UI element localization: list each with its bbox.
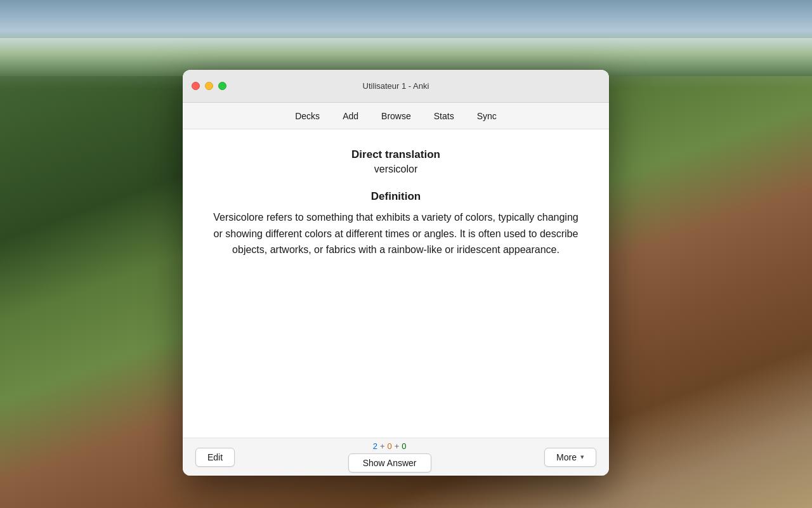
show-answer-button[interactable]: Show Answer [348, 453, 431, 472]
anki-window: Utilisateur 1 - Anki Decks Add Browse St… [183, 70, 609, 476]
count-new: 2 [373, 441, 377, 451]
card-front-label: Direct translation [208, 148, 584, 161]
count-review: 0 [402, 441, 406, 451]
more-label: More [556, 452, 577, 462]
menu-item-stats[interactable]: Stats [425, 108, 463, 124]
footer-center: 2 + 0 + 0 Show Answer [348, 441, 431, 472]
titlebar: Utilisateur 1 - Anki [183, 70, 609, 103]
window-title: Utilisateur 1 - Anki [363, 81, 429, 91]
definition-text: Versicolore refers to something that exh… [212, 209, 580, 258]
definition-heading: Definition [208, 190, 584, 203]
count-sep-2: + [395, 441, 400, 451]
count-learn: 0 [387, 441, 391, 451]
more-button[interactable]: More ▾ [544, 448, 596, 467]
count-sep-1: + [380, 441, 385, 451]
card-content: Direct translation versicolor Definition… [183, 129, 609, 438]
card-front-value: versicolor [208, 164, 584, 175]
edit-button[interactable]: Edit [195, 448, 235, 467]
footer: Edit 2 + 0 + 0 Show Answer More ▾ [183, 438, 609, 476]
dropdown-arrow-icon: ▾ [580, 453, 584, 461]
menu-item-sync[interactable]: Sync [468, 108, 506, 124]
menu-item-browse[interactable]: Browse [372, 108, 420, 124]
close-button[interactable] [192, 82, 200, 90]
minimize-button[interactable] [205, 82, 213, 90]
card-counts: 2 + 0 + 0 [373, 441, 407, 451]
maximize-button[interactable] [218, 82, 226, 90]
menu-item-decks[interactable]: Decks [286, 108, 329, 124]
menu-item-add[interactable]: Add [334, 108, 367, 124]
menubar: Decks Add Browse Stats Sync [183, 103, 609, 129]
traffic-lights [192, 82, 226, 90]
